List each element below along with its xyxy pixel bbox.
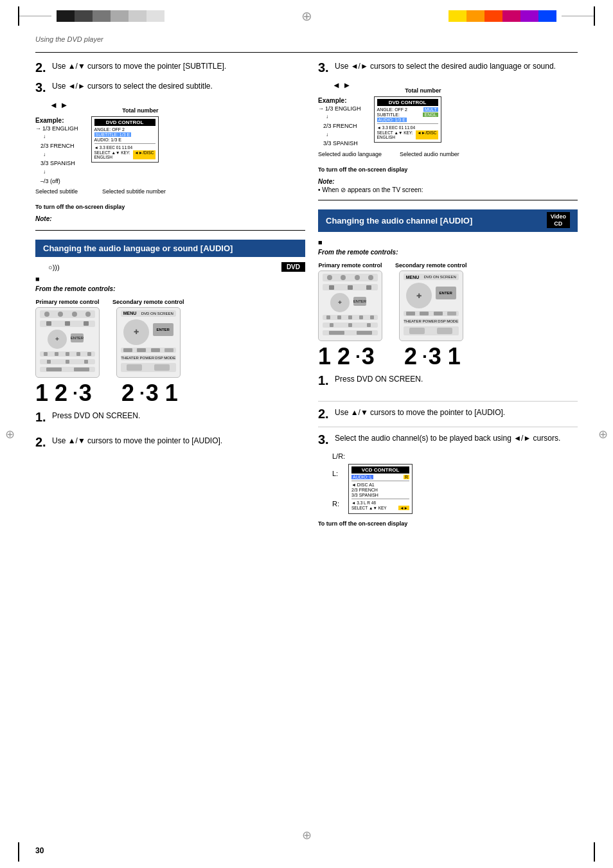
step-2-text: Use ▲/▼ cursors to move the pointer [SUB… bbox=[52, 60, 226, 71]
total-number-label-right: Total number bbox=[405, 87, 441, 94]
step-2a-num-right: 2. bbox=[318, 407, 332, 421]
from-remote-right: From the remote controls: bbox=[318, 249, 578, 256]
secondary-remote-label-left: Secondary remote control bbox=[112, 299, 184, 305]
right-column: 3. Use ◄/► cursors to select the desired… bbox=[318, 60, 578, 527]
step-1-text-left: Press DVD ON SCREEN. bbox=[52, 410, 140, 420]
total-number-label-left: Total number bbox=[122, 107, 158, 114]
selected-subtitle-label: Selected subtitle bbox=[35, 188, 78, 195]
divider-left bbox=[35, 230, 305, 231]
left-crosshair: ⊕ bbox=[5, 427, 15, 441]
to-turn-off-right-bottom: To turn off the on-screen display bbox=[318, 520, 578, 527]
note-label-left: Note: bbox=[35, 215, 305, 222]
step-3-right: 3. Use ◄/► cursors to select the desired… bbox=[318, 60, 578, 75]
big-step-row-right: 1 2 · 3 2 · 3 1 bbox=[318, 345, 578, 368]
step-2a-text-right: Use ▲/▼ cursors to move the pointer to [… bbox=[335, 407, 505, 417]
primary-remote-diagram-left: ✚ ENTER bbox=[35, 307, 100, 378]
primary-remote-label-left: Primary remote control bbox=[35, 299, 99, 305]
menu-list-left: →1/3 ENGLIGH ↓ 2/3 FRENCH ↓ 3/3 SPANISH … bbox=[35, 124, 78, 186]
section-title-audio-left: Changing the audio language or sound [AU… bbox=[35, 240, 305, 257]
big-2b-left: 2 bbox=[121, 382, 134, 405]
from-remote-left: From the remote controls: bbox=[35, 285, 305, 292]
section-header: Using the DVD player bbox=[35, 35, 578, 43]
step-3-sel-text-right: Select the audio channel(s) to be played… bbox=[335, 432, 560, 443]
lr-text-labels: L: R: bbox=[332, 464, 339, 514]
primary-remote-label-right: Primary remote control bbox=[318, 262, 382, 269]
bullet-right: ■ bbox=[318, 238, 578, 246]
big-1b-right: 1 bbox=[448, 345, 461, 368]
big-dot-right: · bbox=[355, 346, 360, 367]
l-label: L: bbox=[332, 464, 339, 484]
primary-remote-right: Primary remote control bbox=[318, 262, 382, 341]
divider-right bbox=[318, 200, 578, 200]
dvd-control-box-right: DVD CONTROL ANGLE: OFF 2 MULT SUBTITLE: … bbox=[374, 96, 441, 143]
big-2b-right: 2 bbox=[404, 345, 417, 368]
step-2a-num-left: 2. bbox=[35, 435, 49, 450]
example-label-right: Example: bbox=[318, 97, 346, 104]
step-1-left: 1. Press DVD ON SCREEN. bbox=[35, 410, 305, 425]
primary-remote-left: Primary remote control bbox=[35, 299, 100, 378]
big-dot2-left: · bbox=[139, 383, 145, 403]
section-title-audio-right: Changing the audio channel [AUDIO] Video… bbox=[318, 209, 578, 233]
big-3a-right: 3 bbox=[362, 345, 375, 368]
dvd-control-title-right: DVD CONTROL bbox=[377, 99, 438, 106]
big-1-right: 1 bbox=[318, 345, 331, 368]
big-2-right: 2 bbox=[337, 345, 350, 368]
primary-remote-diagram-right: ✚ ENTER bbox=[318, 270, 382, 341]
step-3-num-right: 3. bbox=[318, 60, 332, 75]
video-cd-badge: Video CD bbox=[547, 212, 570, 229]
divider-step1-right bbox=[318, 401, 578, 402]
big-1-left: 1 bbox=[35, 382, 48, 405]
reg-line-br bbox=[594, 842, 595, 862]
step-1-text-right: Press DVD ON SCREEN. bbox=[335, 373, 423, 384]
cursor-arrows-right: ◄ ► bbox=[332, 80, 578, 90]
remotes-area-right: Primary remote control bbox=[318, 262, 578, 341]
secondary-remote-label-right: Secondary remote control bbox=[395, 262, 467, 269]
selected-subtitle-number-label: Selected subtitle number bbox=[102, 188, 166, 195]
step-2-audio-left: 2. Use ▲/▼ cursors to move the pointer t… bbox=[35, 435, 305, 450]
example-label-left: Example: bbox=[35, 117, 64, 124]
step-1-num-left: 1. bbox=[35, 410, 49, 425]
header-divider bbox=[35, 52, 578, 53]
selected-audio-language-label: Selected audio language bbox=[318, 151, 382, 157]
big-3a-left: 3 bbox=[79, 382, 92, 405]
left-column: 2. Use ▲/▼ cursors to move the pointer [… bbox=[35, 60, 305, 527]
headphone-symbol: ○))) bbox=[48, 263, 305, 271]
big-dot-left: · bbox=[73, 383, 78, 403]
to-turn-off-left: To turn off the on-screen display bbox=[35, 204, 305, 210]
vcd-control-box: VCD CONTROL AUDIO: L R ◄ DISC A1 2/3 FRE… bbox=[348, 464, 413, 514]
big-3b-left: 3 bbox=[146, 382, 159, 405]
selected-audio-number-label: Selected audio number bbox=[400, 151, 459, 157]
to-turn-off-right: To turn off the on-screen display bbox=[318, 166, 578, 173]
video-badge-line1: Video bbox=[551, 213, 566, 220]
dvd-control-title-left: DVD CONTROL bbox=[94, 119, 155, 126]
big-step-row-left: 1 2 · 3 2 · 3 1 bbox=[35, 382, 305, 405]
step-3-num: 3. bbox=[35, 80, 49, 95]
divider-step2-right bbox=[318, 427, 578, 427]
step-3-subtitle: 3. Use ◄/► cursors to select the desired… bbox=[35, 80, 305, 95]
bottom-crosshair: ⊕ bbox=[302, 828, 312, 842]
step-3-select-right: 3. Select the audio channel(s) to be pla… bbox=[318, 432, 578, 447]
page-number: 30 bbox=[35, 846, 44, 855]
secondary-remote-diagram-right: MENU DVD ON SCREEN ✚ ENTER bbox=[399, 270, 463, 341]
note-label-right: Note: bbox=[318, 178, 578, 185]
selected-labels-left: Selected subtitle Selected subtitle numb… bbox=[35, 188, 305, 195]
vcd-control-title: VCD CONTROL bbox=[351, 466, 409, 474]
remotes-area-left: Primary remote control bbox=[35, 299, 305, 378]
step-2a-text-left: Use ▲/▼ cursors to move the pointer to [… bbox=[52, 435, 222, 445]
cursor-arrows-left: ◄ ► bbox=[49, 100, 305, 110]
example-area-right: Example: →1/3 ENGLIGH ↓ 2/3 FRENCH ↓ 3/3… bbox=[318, 96, 578, 157]
dvd-badge: DVD bbox=[281, 262, 305, 272]
step-3-text: Use ◄/► cursors to select the desired su… bbox=[52, 80, 213, 91]
step-1-num-right: 1. bbox=[318, 373, 332, 388]
lr-section: L/R: bbox=[332, 452, 578, 460]
big-3b-right: 3 bbox=[429, 345, 441, 368]
lr-vcd-area: L: R: VCD CONTROL AUDIO: L R ◄ DISC A1 bbox=[332, 464, 578, 514]
r-label: R: bbox=[332, 494, 339, 514]
reg-line-bl bbox=[18, 842, 19, 862]
right-crosshair: ⊕ bbox=[598, 427, 608, 441]
bullet-left: ■ bbox=[35, 275, 305, 283]
dvd-control-box-left: DVD CONTROL ANGLE: OFF 2 SUBTITLE: 1/3 E… bbox=[91, 116, 159, 163]
step-2-audio-right: 2. Use ▲/▼ cursors to move the pointer t… bbox=[318, 407, 578, 421]
lr-label: L/R: bbox=[332, 452, 345, 460]
example-area-left: Example: →1/3 ENGLIGH ↓ 2/3 FRENCH ↓ 3/3… bbox=[35, 116, 305, 195]
